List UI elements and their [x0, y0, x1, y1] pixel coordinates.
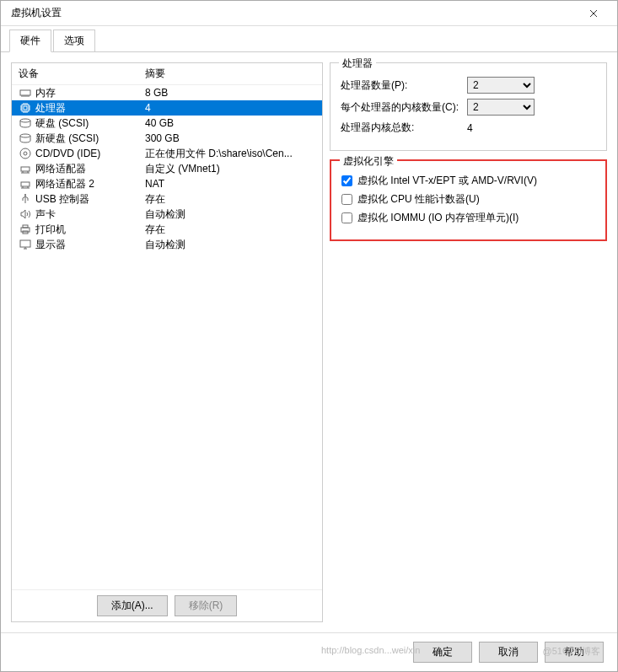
device-row[interactable]: 声卡 自动检测 [12, 207, 322, 222]
device-name: 声卡 [35, 207, 56, 222]
device-name: 打印机 [35, 223, 66, 237]
device-row[interactable]: 网络适配器 2 NAT [12, 176, 322, 191]
device-name: 硬盘 (SCSI) [35, 116, 89, 131]
device-row[interactable]: 处理器 4 [12, 100, 322, 116]
device-name: 处理器 [35, 101, 66, 116]
perf-label: 虚拟化 CPU 性能计数器(U) [357, 192, 480, 207]
header-summary: 摘要 [145, 67, 315, 81]
vt-checkbox[interactable] [341, 175, 352, 186]
device-buttons: 添加(A)... 移除(R) [12, 589, 322, 621]
window-title: 虚拟机设置 [8, 6, 62, 20]
device-row[interactable]: USB 控制器 存在 [12, 191, 322, 207]
virtualization-group: 虚拟化引擎 虚拟化 Intel VT-x/EPT 或 AMD-V/RVI(V) … [330, 159, 607, 241]
content-area: 设备 摘要 内存 8 GB 处理器 4 硬盘 (SCSI) 40 GB 新硬盘 … [1, 52, 617, 632]
processor-group-title: 处理器 [339, 56, 376, 71]
device-name: 显示器 [35, 238, 66, 252]
device-summary: 自定义 (VMnet1) [145, 162, 315, 176]
settings-panel: 处理器 处理器数量(P): 2 每个处理器的内核数量(C): 2 处理器内核总数… [330, 62, 607, 622]
close-button[interactable] [577, 2, 610, 25]
device-summary: 存在 [145, 223, 315, 237]
device-list: 设备 摘要 内存 8 GB 处理器 4 硬盘 (SCSI) 40 GB 新硬盘 … [12, 63, 322, 589]
device-name: 网络适配器 2 [35, 177, 94, 191]
device-summary: 300 GB [145, 132, 315, 144]
device-row[interactable]: 显示器 自动检测 [12, 237, 322, 252]
close-icon [589, 9, 598, 18]
device-summary: 8 GB [145, 87, 315, 99]
disk-icon [19, 117, 32, 129]
processor-count-select[interactable]: 2 [467, 77, 535, 94]
device-summary: 自动检测 [145, 207, 315, 222]
vm-settings-window: 虚拟机设置 硬件 选项 设备 摘要 内存 8 GB 处理器 4 [0, 0, 618, 672]
svg-rect-13 [20, 240, 30, 247]
device-name: 内存 [35, 86, 56, 100]
tab-options[interactable]: 选项 [53, 30, 95, 51]
help-button[interactable]: 帮助 [545, 642, 604, 663]
device-summary: 自动检测 [145, 238, 315, 252]
svg-rect-2 [24, 106, 27, 110]
device-name: 网络适配器 [35, 162, 86, 176]
processor-group: 处理器 处理器数量(P): 2 每个处理器的内核数量(C): 2 处理器内核总数… [330, 62, 607, 151]
add-button[interactable]: 添加(A)... [97, 595, 168, 616]
device-row[interactable]: CD/DVD (IDE) 正在使用文件 D:\share\iso\Cen... [12, 146, 322, 161]
cpu-icon [19, 102, 32, 114]
cores-per-processor-select[interactable]: 2 [467, 99, 535, 116]
sound-icon [19, 208, 32, 220]
usb-icon [19, 193, 32, 205]
device-name: CD/DVD (IDE) [35, 148, 100, 159]
tab-hardware[interactable]: 硬件 [9, 30, 51, 52]
header-device: 设备 [19, 67, 145, 81]
iommu-checkbox[interactable] [341, 212, 352, 223]
memory-icon [19, 87, 32, 99]
device-header: 设备 摘要 [12, 63, 322, 85]
processor-count-label: 处理器数量(P): [341, 78, 467, 93]
svg-point-3 [20, 119, 30, 122]
titlebar: 虚拟机设置 [1, 1, 617, 26]
svg-point-6 [24, 152, 27, 155]
svg-rect-8 [21, 182, 30, 186]
cd-icon [19, 148, 32, 159]
network-icon [19, 178, 32, 190]
svg-rect-1 [22, 105, 29, 111]
cores-per-processor-label: 每个处理器的内核数量(C): [341, 100, 467, 115]
total-cores-value: 4 [467, 122, 596, 134]
tabbar: 硬件 选项 [1, 26, 617, 52]
device-summary: 正在使用文件 D:\share\iso\Cen... [145, 147, 315, 161]
device-name: USB 控制器 [35, 192, 89, 207]
footer: http://blog.csdn...wei/xin 确定 取消 帮助 @51C… [1, 632, 617, 671]
vt-label: 虚拟化 Intel VT-x/EPT 或 AMD-V/RVI(V) [357, 174, 537, 188]
svg-rect-0 [20, 90, 30, 95]
ok-button[interactable]: 确定 [413, 642, 472, 663]
total-cores-label: 处理器内核总数: [341, 121, 467, 135]
iommu-label: 虚拟化 IOMMU (IO 内存管理单元)(I) [357, 211, 519, 225]
device-row[interactable]: 新硬盘 (SCSI) 300 GB [12, 131, 322, 146]
svg-point-4 [20, 134, 30, 137]
device-name: 新硬盘 (SCSI) [35, 132, 99, 146]
device-row[interactable]: 打印机 存在 [12, 222, 322, 237]
device-row[interactable]: 网络适配器 自定义 (VMnet1) [12, 161, 322, 176]
svg-rect-7 [21, 167, 30, 171]
svg-point-5 [20, 148, 30, 159]
device-panel: 设备 摘要 内存 8 GB 处理器 4 硬盘 (SCSI) 40 GB 新硬盘 … [11, 62, 323, 622]
remove-button[interactable]: 移除(R) [175, 595, 238, 616]
watermark-text: http://blog.csdn...wei/xin [321, 645, 420, 655]
device-row[interactable]: 内存 8 GB [12, 85, 322, 100]
disk-icon [19, 132, 32, 144]
cancel-button[interactable]: 取消 [479, 642, 538, 663]
device-summary: NAT [145, 178, 315, 190]
device-row[interactable]: 硬盘 (SCSI) 40 GB [12, 116, 322, 131]
display-icon [19, 239, 32, 250]
perf-checkbox[interactable] [341, 194, 352, 205]
network-icon [19, 163, 32, 175]
device-summary: 存在 [145, 192, 315, 207]
virtualization-group-title: 虚拟化引擎 [340, 154, 397, 169]
printer-icon [19, 223, 32, 235]
device-summary: 4 [145, 102, 315, 114]
svg-rect-11 [23, 225, 28, 228]
device-summary: 40 GB [145, 117, 315, 129]
svg-point-9 [24, 194, 26, 196]
